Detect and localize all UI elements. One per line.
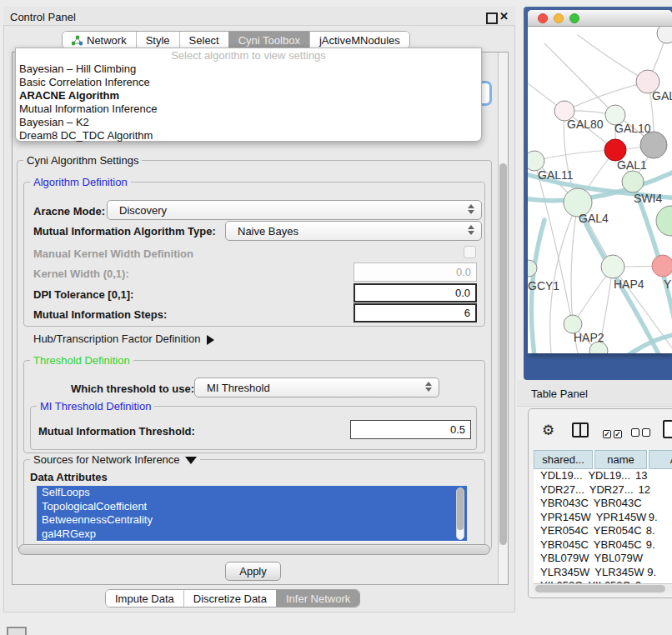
network-node[interactable] <box>601 255 624 278</box>
network-node[interactable] <box>622 171 644 192</box>
data-attributes-label: Data Attributes <box>30 471 108 483</box>
table-cell: YPR145W <box>534 511 591 525</box>
aracne-mode-combo[interactable]: Discovery <box>107 200 482 220</box>
table-cell: YLR345W <box>534 566 589 580</box>
network-window-titlebar[interactable] <box>528 10 672 27</box>
tab-style[interactable]: Style <box>136 32 179 48</box>
window-zoom-icon[interactable] <box>569 13 579 23</box>
table-header-row: shared...nameA <box>534 450 672 469</box>
tab-label: Infer Network <box>286 592 350 605</box>
dpi-tolerance-label: DPI Tolerance [0,1]: <box>33 288 133 301</box>
checked-box-icon: ✓ <box>603 430 611 438</box>
sources-group-title[interactable]: Sources for Network Inference <box>30 454 200 465</box>
network-node[interactable] <box>640 132 667 158</box>
column-header-a[interactable]: A <box>649 450 672 469</box>
tab-label: Style <box>146 34 170 47</box>
table-cell: YBR043C <box>534 497 589 511</box>
apply-button[interactable]: Apply <box>225 562 281 581</box>
horizontal-scrollbar[interactable] <box>18 544 490 555</box>
algorithm-option-mutual-information-inference[interactable]: Mutual Information Inference <box>16 102 481 116</box>
cyni-algorithm-settings-title: Cyni Algorithm Settings <box>23 155 142 166</box>
vertical-scrollbar-thumb[interactable] <box>499 163 507 545</box>
expanded-arrow-icon <box>185 457 197 464</box>
close-icon[interactable]: ✕ <box>499 10 509 22</box>
network-edge[interactable] <box>571 202 578 324</box>
attribute-item-topologicalcoefficient[interactable]: TopologicalCoefficient <box>37 500 467 514</box>
algorithm-dropdown-popup: Select algorithm to view settings Bayesi… <box>15 48 482 142</box>
gear-icon[interactable]: ⚙ <box>542 422 554 439</box>
table-row[interactable]: YLR345WYLR345W9. <box>534 566 672 580</box>
table-cell: YDR27... <box>584 483 634 498</box>
hub-section-toggle[interactable]: Hub/Transcription Factor Definition <box>33 332 214 345</box>
manual-kernel-checkbox[interactable] <box>464 246 476 258</box>
deselect-all-columns-icon[interactable] <box>631 427 653 439</box>
table-cell: YDL19... <box>534 469 583 483</box>
table-row[interactable]: YBR045CYBR045C9. <box>534 538 672 552</box>
network-node[interactable] <box>656 206 672 236</box>
tab-discretize-data[interactable]: Discretize Data <box>183 590 276 607</box>
algorithm-option-aracne-algorithm[interactable]: ARACNE Algorithm <box>16 89 481 102</box>
attribute-list-scrollbar-thumb[interactable] <box>457 488 464 530</box>
float-window-icon[interactable] <box>486 12 498 24</box>
table-cell: YBL079W <box>534 552 589 566</box>
table-row[interactable]: YBL079WYBL079W <box>534 552 672 566</box>
network-node[interactable] <box>652 255 672 277</box>
algorithm-option-dream8-dc-tdc-algorithm[interactable]: Dream8 DC_TDC Algorithm <box>16 129 481 142</box>
node-label: GAL <box>652 89 672 102</box>
node-label: HAP2 <box>574 331 604 344</box>
control-panel-tab-bar: NetworkStyleSelectCyni ToolboxjActiveMNo… <box>62 31 410 49</box>
which-threshold-combo[interactable]: MI Threshold <box>194 378 439 398</box>
select-all-columns-icon[interactable]: ✓✓ <box>603 427 624 439</box>
table-row[interactable]: YPR145WYPR145W9. <box>534 511 672 525</box>
tab-impute-data[interactable]: Impute Data <box>106 590 183 607</box>
network-edge[interactable] <box>534 150 615 161</box>
checked-box-icon: ✓ <box>614 430 622 438</box>
node-label: SWI4 <box>634 192 662 205</box>
table-body: YDL19...YDL19...13YDR27...YDR27...12YBR0… <box>534 469 672 583</box>
table-cell: YDR27... <box>534 483 584 498</box>
table-hscrollbar-thumb[interactable] <box>535 585 665 592</box>
dpi-tolerance-field[interactable] <box>354 283 477 302</box>
network-canvas[interactable]: GALGAL80GAL10GAL1GAL11SWI4GAL4GCY1HAP4YH… <box>528 27 672 353</box>
table-row[interactable]: YDL19...YDL19...13 <box>534 469 672 483</box>
hub-section-label: Hub/Transcription Factor Definition <box>33 332 200 345</box>
tab-infer-network[interactable]: Infer Network <box>276 590 359 607</box>
algorithm-option-basic-correlation-inference[interactable]: Basic Correlation Inference <box>16 76 481 89</box>
tab-jactivemnodules[interactable]: jActiveMNodules <box>309 32 409 48</box>
network-node[interactable] <box>657 27 672 43</box>
table-cell: YDL19... <box>583 469 630 483</box>
algorithm-option-bayesian-k2[interactable]: Bayesian – K2 <box>16 116 481 129</box>
table-row[interactable]: YDR27...YDR27...12 <box>534 483 672 498</box>
table-row[interactable]: YBR043CYBR043C <box>534 497 672 511</box>
tab-select[interactable]: Select <box>179 32 228 48</box>
attribute-item-selfloops[interactable]: SelfLoops <box>37 486 467 500</box>
table-cell: 9. <box>641 538 672 552</box>
manual-kernel-label: Manual Kernel Width Definition <box>33 248 193 260</box>
tab-network[interactable]: Network <box>63 32 136 48</box>
export-table-icon[interactable] <box>663 420 672 438</box>
network-edge[interactable] <box>578 35 648 82</box>
kernel-width-field[interactable] <box>354 262 477 282</box>
algorithm-option-bayesian-hill-climbing[interactable]: Bayesian – Hill Climbing <box>16 62 481 76</box>
window-minimize-icon[interactable] <box>554 13 564 23</box>
unchecked-box-icon <box>642 428 650 437</box>
mi-steps-field[interactable] <box>354 303 477 322</box>
columns-icon[interactable] <box>572 422 589 438</box>
mi-steps-label: Mutual Information Steps: <box>33 308 167 321</box>
table-cell: YBR045C <box>589 538 641 552</box>
mi-type-combo[interactable]: Naive Bayes <box>225 221 482 241</box>
column-header-shared-[interactable]: shared... <box>534 450 593 469</box>
attribute-item-betweennesscentrality[interactable]: BetweennessCentrality <box>37 513 467 528</box>
node-label: HAP4 <box>614 278 644 291</box>
attribute-item-gal4rgexp[interactable]: gal4RGexp <box>37 528 467 542</box>
tab-cyni-toolbox[interactable]: Cyni Toolbox <box>228 32 309 48</box>
mi-threshold-field[interactable] <box>350 420 471 439</box>
minimized-window-icon[interactable] <box>7 627 27 635</box>
aracne-mode-value: Discovery <box>119 204 167 217</box>
which-threshold-label: Which threshold to use: <box>71 382 194 395</box>
column-header-name[interactable]: name <box>594 450 647 469</box>
network-edge[interactable] <box>564 82 648 111</box>
table-row[interactable]: YER054CYER054C8. <box>534 524 672 538</box>
which-threshold-value: MI Threshold <box>207 382 270 394</box>
window-close-icon[interactable] <box>538 13 548 23</box>
